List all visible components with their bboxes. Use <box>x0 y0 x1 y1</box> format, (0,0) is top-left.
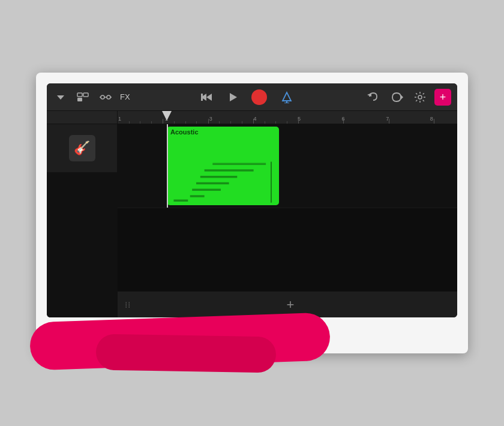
empty-tracks <box>118 208 457 292</box>
track-headers: 🎸 <box>47 111 118 317</box>
playhead-indicator <box>167 111 172 121</box>
polaroid-frame: FX <box>36 73 468 353</box>
svg-point-5 <box>107 95 110 99</box>
region-label: Acoustic <box>170 128 198 136</box>
add-track-button[interactable]: + <box>282 295 299 315</box>
svg-marker-17 <box>401 95 403 100</box>
toolbar-center <box>137 89 358 106</box>
multitrack-button[interactable] <box>74 90 91 104</box>
playhead-triangle <box>162 111 172 121</box>
track-header[interactable]: 🎸 <box>47 124 117 173</box>
svg-marker-12 <box>230 93 237 101</box>
acoustic-region[interactable]: Acoustic <box>167 127 279 205</box>
daw-window: FX <box>47 83 457 317</box>
region-waveform <box>172 160 274 203</box>
loop-button[interactable] <box>388 89 406 105</box>
svg-rect-2 <box>83 93 88 97</box>
record-button[interactable] <box>251 89 267 105</box>
undo-button[interactable] <box>365 89 382 105</box>
svg-marker-13 <box>283 92 291 101</box>
timeline-area: 🎸 1 2 3 4 5 6 <box>47 111 457 317</box>
svg-rect-1 <box>77 93 82 97</box>
tracks-content: 1 2 3 4 5 6 7 8 <box>118 111 457 317</box>
svg-marker-0 <box>57 95 64 100</box>
svg-point-18 <box>418 95 422 99</box>
fx-label: FX <box>120 92 130 101</box>
resize-handle: ⁞⁞ <box>125 300 131 310</box>
rewind-button[interactable] <box>199 89 214 105</box>
toolbar: FX <box>47 83 457 111</box>
add-track-top-button[interactable]: + <box>434 89 451 106</box>
svg-marker-9 <box>206 94 212 101</box>
settings-button[interactable] <box>412 89 428 106</box>
tuner-button[interactable] <box>278 89 296 106</box>
play-button[interactable] <box>225 89 241 105</box>
svg-rect-3 <box>77 98 82 101</box>
dropdown-button[interactable] <box>53 89 68 105</box>
smart-controls-button[interactable] <box>97 89 114 105</box>
guitar-icon: 🎸 <box>69 135 95 161</box>
ruler: 1 2 3 4 5 6 7 8 <box>118 111 457 124</box>
playhead-line <box>167 124 168 208</box>
ruler-spacer <box>47 111 117 124</box>
svg-point-4 <box>101 95 104 99</box>
pink-blob-2 <box>95 334 276 373</box>
toolbar-left: FX <box>53 89 130 105</box>
empty-track-header <box>47 173 117 317</box>
acoustic-track-lane[interactable]: Acoustic <box>118 124 457 208</box>
toolbar-right: + <box>365 89 451 106</box>
